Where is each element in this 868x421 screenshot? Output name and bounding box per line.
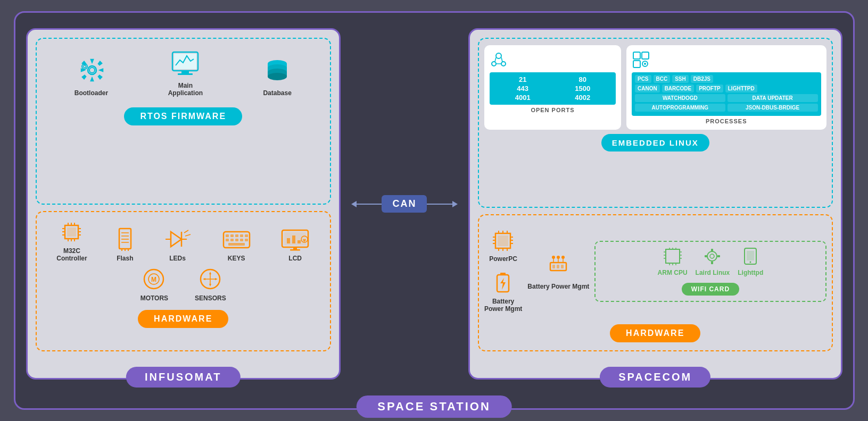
port-4001: 4001 (495, 94, 551, 102)
database-label: Database (263, 89, 291, 97)
proc-barcode: BARCODE (662, 85, 695, 92)
svg-point-110 (561, 256, 565, 259)
proc-canon: CANON (635, 85, 660, 92)
hw-spacecom-inner: PowerPC BatteryPower Mgmt (484, 223, 826, 321)
rtos-box: Bootloader MainApplication (36, 38, 331, 205)
port-443: 443 (495, 85, 551, 92)
svg-text:M: M (151, 276, 156, 283)
svg-rect-59 (297, 240, 301, 243)
hw-icons-row2: M MOTORS (42, 267, 325, 302)
proc-autoprog: AUTOPROGRAMMING (635, 104, 725, 112)
can-line-left (357, 204, 382, 205)
gear-icon (75, 57, 107, 86)
proc-row-2: CANON BARCODE PROFTP LIGHTTPD (635, 85, 818, 92)
arrow-right-icon (452, 201, 458, 207)
svg-marker-71 (203, 278, 205, 280)
laird-linux-item: Laird Linux (696, 247, 730, 276)
monitor-icon (168, 49, 203, 79)
flash-icon (117, 228, 133, 251)
laird-linux-label: Laird Linux (696, 269, 730, 276)
hw-right-green: ARM CPU (594, 241, 826, 302)
svg-rect-58 (292, 235, 295, 243)
svg-rect-51 (235, 239, 238, 241)
svg-rect-6 (181, 71, 189, 73)
chip-icon (60, 220, 84, 244)
proc-row-4: AUTOPROGRAMMING JSON-DBUS-BRDIGE (635, 104, 818, 112)
keyboard-icon (222, 228, 251, 251)
lcd-icon (280, 228, 310, 251)
bootloader-label: Bootloader (75, 89, 108, 97)
proc-row-1: PCS BCC SSH DB2JS (635, 75, 818, 83)
motor-icon: M (142, 267, 166, 291)
port-80: 80 (555, 75, 610, 83)
proc-pcs: PCS (635, 75, 651, 83)
arrow-left-icon (351, 201, 357, 207)
svg-rect-131 (747, 251, 754, 260)
network-icon (490, 50, 508, 69)
flash-label: Flash (117, 255, 133, 262)
svg-marker-72 (215, 278, 218, 280)
sensors-item: SENSORS (195, 267, 226, 302)
infusomat-label: INFUSOMAT (126, 367, 240, 388)
svg-rect-79 (633, 52, 640, 59)
battery-icon (494, 271, 512, 294)
keys-item: KEYS (222, 228, 251, 262)
svg-rect-53 (245, 239, 248, 241)
port-21: 21 (495, 75, 551, 83)
svg-rect-85 (498, 235, 508, 246)
svg-rect-49 (226, 239, 229, 241)
processes-section: PCS BCC SSH DB2JS CANON BARCODE PROFTP L… (626, 45, 826, 130)
svg-point-125 (710, 254, 714, 258)
leds-label: LEDs (169, 255, 186, 262)
proc-grid: PCS BCC SSH DB2JS CANON BARCODE PROFTP L… (632, 72, 821, 116)
proc-row-3: WATCHDOGD DATA UPDATER (635, 94, 818, 102)
proc-watchdogd: WATCHDOGD (635, 94, 725, 102)
svg-rect-103 (557, 265, 559, 268)
proc-proftp: PROFTP (696, 85, 723, 92)
proc-json-dbus: JSON-DBUS-BRDIGE (728, 104, 818, 112)
battery-label: BatteryPower Mgmt (484, 298, 522, 313)
arm-cpu-item: ARM CPU (658, 247, 688, 276)
ethernet-icon (545, 253, 572, 280)
arm-chip-icon (663, 247, 683, 266)
outer-container: Bootloader MainApplication (14, 11, 855, 410)
processes-icon (632, 50, 650, 69)
svg-point-75 (501, 62, 506, 66)
svg-rect-57 (287, 238, 290, 243)
svg-rect-80 (642, 52, 649, 59)
main-app-item: MainApplication (168, 49, 203, 97)
processes-label: PROCESSES (632, 118, 821, 124)
svg-line-76 (495, 57, 496, 62)
svg-rect-111 (666, 249, 680, 263)
svg-marker-69 (209, 272, 211, 274)
svg-point-73 (496, 53, 501, 58)
hw-badge-spacecom: HARDWARE (610, 324, 700, 342)
open-ports-section: 21 80 443 1500 4001 4002 OPEN PORTS (484, 45, 621, 130)
motors-label: MOTORS (140, 294, 168, 302)
svg-rect-129 (717, 255, 720, 257)
rtos-badge: RTOS FIRMWARE (124, 107, 242, 125)
wifi-badge: WIFI CARD (682, 283, 739, 296)
hw-badge-infusomat: HARDWARE (138, 310, 228, 328)
proc-lighttpd: LIGHTTPD (725, 85, 757, 92)
hw-left-col: PowerPC BatteryPower Mgmt (484, 231, 522, 313)
svg-line-77 (501, 57, 502, 62)
svg-line-42 (185, 234, 191, 236)
infusomat-box: Bootloader MainApplication (26, 28, 341, 380)
laird-gear-icon (703, 247, 722, 266)
svg-point-14 (268, 73, 287, 80)
svg-marker-70 (209, 284, 211, 287)
arm-cpu-label: ARM CPU (658, 269, 688, 276)
port-4002: 4002 (555, 94, 610, 102)
proc-db2js: DB2JS (691, 75, 713, 83)
sensors-label: SENSORS (195, 294, 226, 302)
green-row-1: ARM CPU (658, 247, 764, 276)
svg-rect-81 (633, 61, 640, 68)
svg-rect-44 (226, 234, 229, 237)
flash-item: Flash (117, 228, 133, 262)
ports-grid: 21 80 443 1500 4001 4002 (490, 72, 616, 105)
open-ports-header (490, 50, 616, 69)
bootloader-item: Bootloader (75, 57, 108, 97)
battery-item: BatteryPower Mgmt (484, 271, 522, 313)
embedded-inner: 21 80 443 1500 4001 4002 OPEN PORTS (484, 45, 826, 130)
